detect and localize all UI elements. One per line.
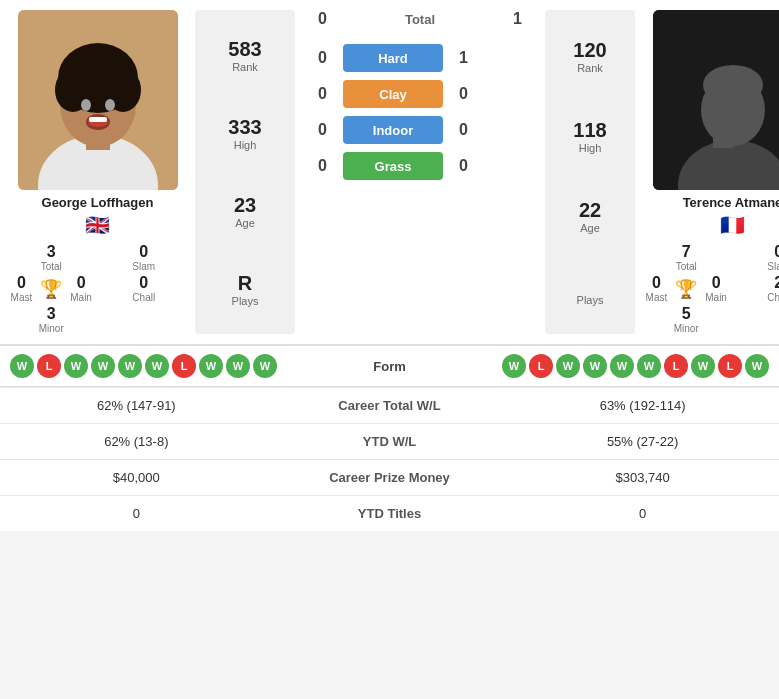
left-total: 3 Total	[10, 243, 93, 272]
svg-point-16	[703, 65, 763, 105]
career-label: YTD W/L	[273, 424, 507, 460]
form-badge: W	[10, 354, 34, 378]
career-left-val: 62% (13-8)	[0, 424, 273, 460]
form-badge: W	[199, 354, 223, 378]
right-trophy-row: 0 Mast 🏆 0 Main	[645, 274, 728, 303]
player-right-stats-grid: 7 Total 0 Slam 0 Mast 🏆 0 Main	[640, 243, 779, 334]
right-age-stat: 22 Age	[579, 199, 601, 234]
form-badges-right: WLWWWWLWLW	[445, 354, 770, 378]
form-badges-left: WLWWWWLWWW	[10, 354, 335, 378]
player-right-name: Terence Atmane	[683, 195, 779, 210]
career-label: Career Total W/L	[273, 388, 507, 424]
surface-badge-hard: Hard	[343, 44, 443, 72]
form-badge: W	[637, 354, 661, 378]
player-left-photo	[18, 10, 178, 190]
player-left-flag: 🇬🇧	[85, 213, 110, 237]
svg-point-7	[81, 99, 91, 111]
left-high-stat: 333 High	[228, 116, 261, 151]
form-label: Form	[340, 359, 440, 374]
surface-badge-indoor: Indoor	[343, 116, 443, 144]
form-badge: L	[37, 354, 61, 378]
left-rank-stat: 583 Rank	[228, 38, 261, 73]
career-row: 62% (147-91) Career Total W/L 63% (192-1…	[0, 388, 779, 424]
career-right-val: 63% (192-114)	[506, 388, 779, 424]
form-badge: W	[610, 354, 634, 378]
total-label: Total	[405, 12, 435, 27]
left-plays-stat: R Plays	[232, 272, 259, 307]
surface-rows: 0 Hard 1 0 Clay 0 0 Indoor 0 0 Grass 0	[300, 40, 540, 184]
form-badge: L	[664, 354, 688, 378]
svg-point-8	[105, 99, 115, 111]
right-total: 7 Total	[645, 243, 728, 272]
form-badge: W	[583, 354, 607, 378]
total-left-score: 0	[310, 10, 335, 28]
career-right-val: $303,740	[506, 460, 779, 496]
surface-row: 0 Grass 0	[300, 148, 540, 184]
career-row: 0 YTD Titles 0	[0, 496, 779, 532]
surface-right-score: 1	[451, 49, 476, 67]
form-badge: L	[529, 354, 553, 378]
player-left-stats-grid: 3 Total 0 Slam 0 Mast 🏆 0 Main	[5, 243, 190, 334]
form-badge: W	[745, 354, 769, 378]
left-age-stat: 23 Age	[234, 194, 256, 229]
trophy-icon-left: 🏆	[40, 278, 62, 300]
surface-right-score: 0	[451, 121, 476, 139]
surface-left-score: 0	[310, 49, 335, 67]
form-badge: L	[172, 354, 196, 378]
form-badge: W	[118, 354, 142, 378]
left-minor: 3 Minor	[10, 305, 93, 334]
surface-right-score: 0	[451, 157, 476, 175]
middle-stats-right: 120 Rank 118 High 22 Age Plays	[545, 10, 635, 334]
career-label: YTD Titles	[273, 496, 507, 532]
surface-row: 0 Clay 0	[300, 76, 540, 112]
player-right-flag: 🇫🇷	[720, 213, 745, 237]
player-right: Terence Atmane 🇫🇷 7 Total 0 Slam 0 Mast …	[640, 10, 779, 334]
left-trophy-row: 0 Mast 🏆 0 Main	[10, 274, 93, 303]
surface-left-score: 0	[310, 121, 335, 139]
career-right-val: 55% (27-22)	[506, 424, 779, 460]
player-left: George Loffhagen 🇬🇧 3 Total 0 Slam 0 Mas…	[5, 10, 190, 334]
career-left-val: 62% (147-91)	[0, 388, 273, 424]
right-plays-stat: Plays	[577, 279, 604, 306]
form-badge: W	[556, 354, 580, 378]
surface-right-score: 0	[451, 85, 476, 103]
career-left-val: $40,000	[0, 460, 273, 496]
surface-left-score: 0	[310, 85, 335, 103]
svg-rect-11	[89, 117, 107, 122]
surface-left-score: 0	[310, 157, 335, 175]
middle-stats-left: 583 Rank 333 High 23 Age R Plays	[195, 10, 295, 334]
right-slam: 0 Slam	[738, 243, 780, 272]
career-stats-table: 62% (147-91) Career Total W/L 63% (192-1…	[0, 387, 779, 531]
career-row: $40,000 Career Prize Money $303,740	[0, 460, 779, 496]
career-label: Career Prize Money	[273, 460, 507, 496]
surface-badge-grass: Grass	[343, 152, 443, 180]
right-chall: 2 Chall	[738, 274, 780, 303]
form-badge: W	[502, 354, 526, 378]
right-high-stat: 118 High	[573, 119, 606, 154]
left-slam: 0 Slam	[103, 243, 186, 272]
total-right-score: 1	[505, 10, 530, 28]
right-rank-stat: 120 Rank	[573, 39, 606, 74]
form-badge: L	[718, 354, 742, 378]
form-section: WLWWWWLWWW Form WLWWWWLWLW	[0, 345, 779, 386]
form-badge: W	[253, 354, 277, 378]
form-badge: W	[91, 354, 115, 378]
surface-badge-clay: Clay	[343, 80, 443, 108]
form-badge: W	[64, 354, 88, 378]
total-row: 0 Total 1	[300, 10, 540, 28]
player-left-name: George Loffhagen	[42, 195, 154, 210]
trophy-icon-right: 🏆	[675, 278, 697, 300]
form-badge: W	[691, 354, 715, 378]
career-right-val: 0	[506, 496, 779, 532]
career-row: 62% (13-8) YTD W/L 55% (27-22)	[0, 424, 779, 460]
right-minor: 5 Minor	[645, 305, 728, 334]
form-badge: W	[226, 354, 250, 378]
left-chall: 0 Chall	[103, 274, 186, 303]
player-right-photo	[653, 10, 780, 190]
surface-center: 0 Total 1 0 Hard 1 0 Clay 0 0 Indoor 0 0…	[300, 10, 540, 334]
surface-row: 0 Hard 1	[300, 40, 540, 76]
surface-row: 0 Indoor 0	[300, 112, 540, 148]
form-badge: W	[145, 354, 169, 378]
career-left-val: 0	[0, 496, 273, 532]
